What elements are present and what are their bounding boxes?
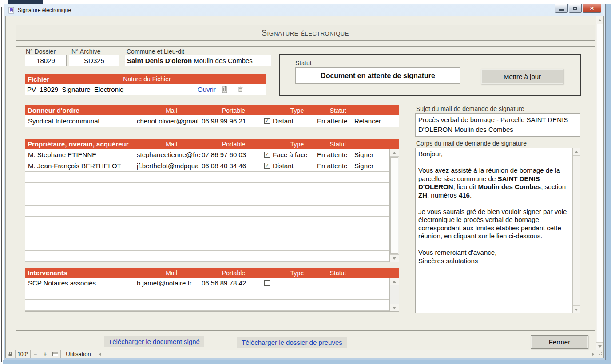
commune-label: Commune et Lieu-dit: [127, 48, 184, 55]
scroll-up-icon[interactable]: [573, 148, 580, 156]
mode-selector[interactable]: Utilisation: [61, 350, 96, 358]
minimize-button[interactable]: [555, 4, 568, 13]
donneur-header: Donneur d'ordre Mail Portable Type Statu…: [25, 105, 399, 115]
commune-field[interactable]: Saint Denis D'oleron Moulin des Combes: [125, 55, 271, 66]
close-form-button[interactable]: Fermer: [531, 335, 588, 349]
close-button[interactable]: ✕: [583, 4, 601, 13]
intervenants-list: SCP Notaires associésb.jamet@notaire.fr0…: [25, 278, 399, 312]
col-mail: Mail: [139, 107, 204, 114]
download-signed-button[interactable]: Télécharger le document signé: [104, 336, 204, 347]
col-type: Type: [275, 269, 319, 277]
window-vertical-scrollbar[interactable]: [596, 16, 603, 350]
fichier-header: Fichier Nature du Fichier: [25, 74, 266, 84]
scrollbar-thumb[interactable]: [390, 157, 398, 254]
sujet-field[interactable]: Procès verbal de bornage - Parcelle SAIN…: [415, 113, 580, 137]
background-window-border: [1, 7, 2, 362]
corps-field[interactable]: Bonjour, Vous avez assisté à la réunion …: [415, 148, 580, 313]
col-type: Type: [275, 141, 319, 148]
proprietaire-title: Propriétaire, riverain, acquéreur: [25, 140, 139, 148]
window-title: Signature électronique: [18, 7, 71, 13]
col-mail: Mail: [139, 141, 204, 148]
corps-scrollbar[interactable]: [572, 148, 580, 313]
app-window: Signature électronique ✕ Signature élect…: [4, 4, 606, 360]
archive-field[interactable]: SD325: [69, 55, 119, 66]
table-row-empty: [25, 300, 389, 311]
form-content: Signature électronique N° Dossier 18029 …: [5, 16, 604, 358]
layout-icon: [52, 352, 58, 356]
col-portable: Portable: [204, 107, 263, 114]
type-checkbox[interactable]: ✓: [264, 152, 270, 158]
col-mail: Mail: [139, 269, 204, 277]
update-button-label: Mettre à jour: [504, 73, 541, 80]
fichier-filename: PV_18029_Signature_Electroniq: [27, 84, 124, 95]
scroll-up-icon[interactable]: [596, 16, 603, 24]
resize-grip[interactable]: [596, 350, 603, 358]
table-row: SCP Notaires associésb.jamet@notaire.fr0…: [25, 278, 389, 289]
statut-label: Statut: [295, 59, 312, 67]
table-row-empty: [25, 172, 389, 183]
corps-text: Bonjour, Vous avez assisté à la réunion …: [418, 150, 570, 311]
scroll-left-button[interactable]: [96, 350, 103, 358]
open-file-link[interactable]: Ouvrir: [198, 84, 216, 95]
lock-icon: [8, 352, 13, 357]
table-row-empty: [25, 194, 389, 206]
statut-group-box: Statut Document en attente de signature …: [279, 54, 581, 96]
type-checkbox[interactable]: ✓: [264, 163, 270, 169]
type-checkbox[interactable]: ✓: [264, 118, 270, 124]
sujet-value: Procès verbal de bornage - Parcelle SAIN…: [418, 116, 568, 133]
archive-value: SD325: [84, 57, 104, 64]
archive-label: N° Archive: [71, 48, 101, 55]
scroll-down-icon[interactable]: [390, 254, 399, 262]
row-action-link[interactable]: Relancer: [354, 117, 397, 125]
table-row-empty: [25, 217, 389, 228]
zoom-out-button[interactable]: −: [31, 350, 40, 358]
scroll-up-icon[interactable]: [390, 278, 399, 285]
intervenants-title: Intervenants: [25, 269, 139, 277]
type-checkbox[interactable]: [264, 280, 270, 286]
table-row-empty: [25, 183, 389, 194]
donneur-rows: Syndicat Intercommunalchenot.olivier@gma…: [25, 115, 399, 127]
scrollbar-thumb[interactable]: [597, 24, 603, 342]
fichier-title: Fichier: [25, 75, 49, 83]
table-row: Syndicat Intercommunalchenot.olivier@gma…: [25, 115, 399, 127]
col-type: Type: [275, 107, 319, 114]
commune-value-bold: Saint Denis D'oleron: [127, 57, 192, 64]
statut-value: Document en attente de signature: [321, 72, 435, 80]
intervenants-scrollbar[interactable]: [389, 278, 399, 311]
commune-value-rest: Moulin des Combes: [192, 57, 253, 64]
col-statut: Statut: [319, 269, 357, 277]
app-icon: [8, 7, 15, 14]
scroll-right-button[interactable]: [589, 350, 596, 358]
scroll-down-icon[interactable]: [596, 342, 603, 350]
statut-value-field: Document en attente de signature: [295, 67, 460, 84]
toolbar-toggle-button[interactable]: [50, 350, 61, 358]
scroll-up-icon[interactable]: [390, 149, 399, 157]
zoom-in-button[interactable]: +: [40, 350, 50, 358]
table-row: M. Jean-François BERTHELOTjf.berthelot@m…: [25, 160, 389, 171]
table-row-empty: [25, 206, 389, 217]
scroll-down-icon[interactable]: [573, 305, 580, 313]
horizontal-scroll-track[interactable]: [103, 350, 589, 358]
proprietaire-scrollbar[interactable]: [389, 149, 399, 262]
intervenants-header: Intervenants Mail Portable Type Statut: [25, 268, 399, 278]
dossier-field[interactable]: 18029: [25, 55, 67, 66]
scroll-down-icon[interactable]: [390, 304, 399, 311]
delete-icon[interactable]: [238, 86, 243, 93]
scroll-left-icon: [99, 352, 101, 356]
title-bar[interactable]: Signature électronique ✕: [5, 4, 604, 16]
zoom-level[interactable]: 100*: [16, 350, 31, 358]
lock-button[interactable]: [6, 350, 16, 358]
restore-button[interactable]: [569, 4, 582, 13]
update-button[interactable]: Mettre à jour: [481, 69, 563, 84]
attachment-icon[interactable]: [222, 86, 228, 94]
proprietaire-header: Propriétaire, riverain, acquéreur Mail P…: [25, 139, 399, 149]
nature-du-fichier-label: Nature du Fichier: [107, 74, 187, 84]
dossier-label: N° Dossier: [26, 48, 56, 55]
table-row-empty: [25, 251, 389, 262]
restore-icon: [573, 7, 577, 10]
table-row-empty: [25, 289, 389, 300]
window-border-right: [606, 4, 611, 361]
download-proofs-button[interactable]: Télécharger le dossier de preuves: [237, 337, 347, 348]
col-statut: Statut: [319, 141, 357, 148]
donneur-title: Donneur d'ordre: [25, 107, 139, 114]
